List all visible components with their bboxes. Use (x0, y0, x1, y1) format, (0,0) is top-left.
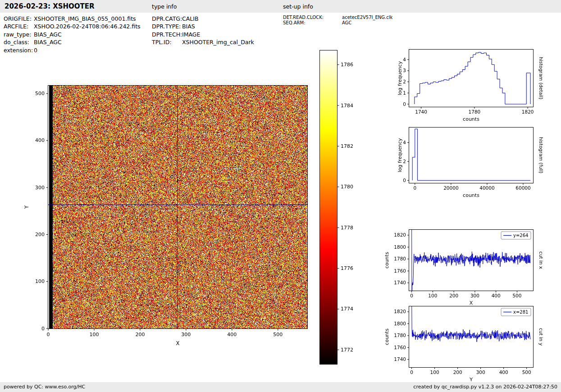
histogram-detail-plot: 17401780182001234countslog frequencyhist… (397, 50, 544, 123)
bias-image-canvas (48, 86, 307, 328)
tick-label: 500 (35, 91, 45, 96)
footer-credit-left: powered by QC: www.eso.org/HC (4, 384, 85, 390)
tick-label: 100 (89, 332, 99, 337)
type-info-heading: type info (152, 3, 177, 10)
meta-value: XSHOOTER_img_cal_Dark (182, 39, 254, 46)
cut-in-x-plot: 010020030040050017401760178018001820Xcou… (384, 223, 544, 315)
x-axis-label: X (176, 340, 180, 346)
tick-label: 100 (430, 369, 439, 375)
tick-label: 400 (492, 293, 501, 298)
meta-value: 0 (34, 47, 37, 54)
tick-label: 2 (403, 79, 406, 84)
tick-label: 1780 (394, 256, 406, 261)
tick-label: 500 (522, 369, 531, 375)
histogram-full-series (412, 129, 530, 180)
meta-row: extension:0 (4, 46, 141, 54)
tick-label: 20000 (443, 185, 458, 191)
colorbar-gradient (320, 50, 337, 364)
page-title: 2026-02-23: XSHOOTER (5, 2, 95, 10)
colorbar-tick-label: 1780 (341, 184, 353, 190)
meta-row: TPL.ID:XSHOOTER_img_cal_Dark (152, 38, 254, 46)
file-metadata: ORIGFILE:XSHOOTER_IMG_BIAS_055_0001.fits… (4, 15, 141, 54)
tick-label: 100 (35, 278, 45, 284)
tick-label: 1800 (394, 244, 406, 250)
meta-label: DPR.TYPE: (152, 23, 182, 30)
tick-label: 1740 (394, 280, 406, 285)
tick-label: 0 (403, 178, 406, 183)
legend-box (501, 232, 531, 239)
tick-label: 1820 (522, 109, 534, 114)
meta-row: DPR.CATG:CALIB (152, 15, 254, 23)
meta-row: DPR.TYPE:BIAS (152, 23, 254, 30)
meta-value: acetecE2V57I_ENG.clk (342, 15, 392, 20)
meta-value: IMAGE (182, 31, 200, 38)
tick-label: 0 (403, 101, 406, 107)
y-axis-label: counts (384, 328, 390, 345)
tick-label: 4 (403, 57, 406, 62)
tick-label: 400 (499, 369, 508, 375)
right-axis-label: histogram (full) (538, 137, 544, 173)
legend-label: x=281 (513, 310, 528, 315)
meta-label: ORIGFILE: (4, 15, 34, 23)
tick-label: 1800 (394, 321, 406, 326)
tick-label: 1820 (394, 309, 406, 314)
meta-label: raw_type: (4, 31, 34, 38)
tick-label: 300 (476, 369, 485, 375)
type-info-block: DPR.CATG:CALIB DPR.TYPE:BIAS DPR.TECH:IM… (152, 15, 254, 46)
y-axis-label: log frequency (397, 61, 403, 95)
meta-value: BIAS_AGC (34, 31, 62, 38)
tick-label: 4 (403, 140, 406, 145)
meta-row: DPR.TECH:IMAGE (152, 31, 254, 38)
meta-row: raw_type:BIAS_AGC (4, 31, 141, 38)
right-axis-label: cut in x (538, 251, 544, 269)
tick-label: 0 (41, 326, 45, 332)
tick-label: 1740 (394, 356, 406, 362)
tick-label: 200 (453, 369, 462, 375)
meta-value: CALIB (182, 15, 199, 22)
tick-label: 0 (413, 185, 416, 191)
tick-label: 1820 (394, 232, 406, 237)
tick-label: 0 (410, 293, 413, 298)
tick-label: 1 (403, 90, 406, 96)
meta-label: TPL.ID: (152, 38, 182, 46)
meta-label: DET.READ.CLOCK: (283, 15, 342, 20)
meta-label: ARCFILE: (4, 23, 34, 30)
tick-label: 400 (227, 332, 237, 337)
meta-value: XSHOO.2026-02-24T08:06:46.242.fits (34, 23, 141, 30)
colorbar-tick-label: 1782 (341, 143, 353, 149)
tick-label: 1780 (469, 109, 481, 114)
meta-label: DPR.CATG: (152, 15, 182, 23)
footer-credit-right: created by qc_rawdisp.py v1.2.3 on 2026-… (413, 384, 557, 390)
cut-in-y-series (412, 295, 530, 342)
colorbar-tick-label: 1772 (341, 347, 353, 353)
meta-label: do_class: (4, 38, 34, 46)
meta-value: BIAS (182, 23, 195, 30)
tick-label: 60000 (515, 185, 530, 191)
tick-label: 1760 (394, 345, 406, 350)
x-axis-label: X (470, 300, 473, 306)
colorbar-tick-label: 1786 (341, 62, 353, 68)
y-axis-label: log frequency (397, 138, 403, 172)
meta-value: AGC (342, 20, 351, 25)
tick-label: 400 (35, 137, 45, 143)
meta-row: ARCFILE:XSHOO.2026-02-24T08:06:46.242.fi… (4, 23, 141, 30)
tick-label: 200 (449, 293, 458, 298)
tick-label: 1760 (394, 268, 406, 273)
meta-row: DET.READ.CLOCK:acetecE2V57I_ENG.clk (283, 15, 392, 20)
setup-info-block: DET.READ.CLOCK:acetecE2V57I_ENG.clk SEQ.… (283, 15, 392, 25)
colorbar-tick-label: 1776 (341, 265, 353, 271)
tick-label: 1780 (394, 333, 406, 338)
tick-label: 300 (181, 332, 191, 337)
cut-in-y-plot: 010020030040050017401760178018001820Ycou… (384, 295, 544, 383)
colorbar-tick-label: 1774 (341, 306, 353, 312)
header-bar: 2026-02-23: XSHOOTER type info set-up in… (0, 0, 561, 13)
meta-label: extension: (4, 46, 34, 54)
meta-row: ORIGFILE:XSHOOTER_IMG_BIAS_055_0001.fits (4, 15, 141, 23)
cut-in-x-series (412, 223, 530, 315)
colorbar-tick-label: 1784 (341, 103, 353, 109)
footer-bar: powered by QC: www.eso.org/HC created by… (0, 382, 561, 392)
tick-label: 40000 (479, 185, 494, 191)
meta-label: SEQ.ARM: (283, 20, 342, 26)
tick-label: 100 (428, 293, 437, 298)
tick-label: 300 (470, 293, 479, 298)
